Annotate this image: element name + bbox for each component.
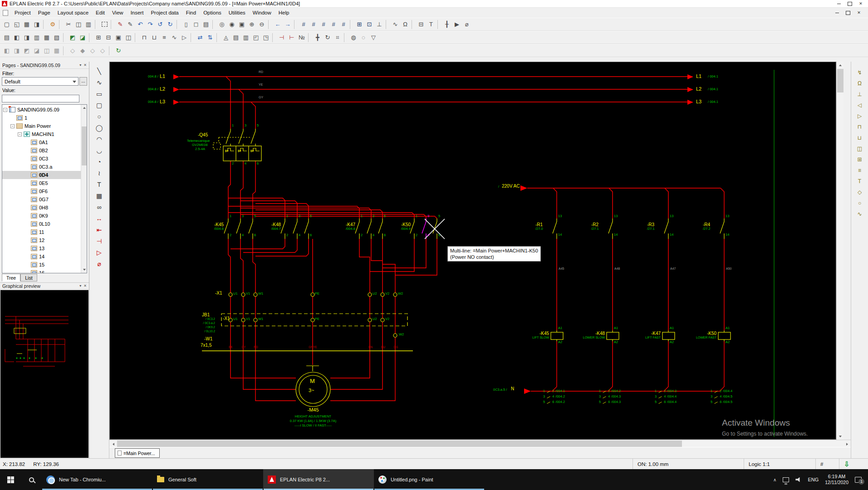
menu-item[interactable]: Project xyxy=(11,9,34,16)
grid-status[interactable]: ON: 1.00 mm xyxy=(633,459,744,469)
arc-up-tool-icon[interactable]: ◠ xyxy=(94,133,105,145)
tree-page-item[interactable]: 14 xyxy=(2,252,81,261)
point-symbol-icon[interactable]: ○ xyxy=(854,198,865,209)
mdi-minimize-button[interactable] xyxy=(832,10,843,16)
resistor-symbol-icon[interactable]: Ω xyxy=(854,78,865,89)
pin-icon[interactable]: ▾ xyxy=(79,63,81,67)
tree-page-item[interactable]: 0G7 xyxy=(2,195,81,204)
spline-tool-icon[interactable]: ≀ xyxy=(94,167,105,179)
settings-wrench-icon[interactable]: ⚙ xyxy=(48,19,58,29)
terminal-name[interactable]: W2 xyxy=(398,292,403,296)
grid-size-icon[interactable]: ⊞ xyxy=(354,19,364,29)
start-button[interactable] xyxy=(0,469,21,490)
pointer-icon[interactable]: ▶ xyxy=(452,19,462,29)
taskbar-app-chromium[interactable]: New Tab - Chromiu... xyxy=(42,469,152,490)
terminal-up-icon[interactable]: ⊓ xyxy=(854,121,865,132)
wave-symbol-icon[interactable]: ∿ xyxy=(854,209,865,219)
text-symbol-icon[interactable]: T xyxy=(854,176,865,187)
paste-icon[interactable]: ▥ xyxy=(83,19,93,29)
line-tool-icon[interactable]: ╲ xyxy=(94,65,105,77)
back-icon[interactable]: ← xyxy=(273,19,283,29)
print-icon[interactable]: ◨ xyxy=(32,19,42,29)
window-icon[interactable]: ◻ xyxy=(191,19,201,29)
tree-page-item[interactable]: 1 xyxy=(2,114,81,122)
measure-icon[interactable]: ⌀ xyxy=(462,19,472,29)
devices-icon[interactable]: ▧ xyxy=(52,33,62,43)
dimension-tool-icon[interactable]: ↔ xyxy=(94,213,105,224)
vertical-scrollbar-thumb[interactable] xyxy=(837,69,843,92)
tree-page-item[interactable]: 0C3.a xyxy=(2,163,81,171)
ellipse-tool-icon[interactable]: ◯ xyxy=(94,122,105,133)
relay-contact-label[interactable]: -R2 /27.1 xyxy=(591,222,599,231)
view-cube-icon[interactable]: ◫ xyxy=(42,46,52,56)
tree-page-item[interactable]: 15 xyxy=(2,261,81,269)
layers-icon[interactable]: ▥ xyxy=(32,33,42,43)
busbar-symbol-icon[interactable]: ≡ xyxy=(854,165,865,176)
grid-c-icon[interactable]: # xyxy=(329,19,338,29)
coil-label[interactable]: -K48 LOWER SLOW xyxy=(579,331,605,340)
menu-item[interactable]: Window xyxy=(249,9,275,16)
layout-space-c-icon[interactable]: ◩ xyxy=(22,46,32,56)
diamond-d-icon[interactable]: ◇ xyxy=(98,46,108,56)
import-icon[interactable]: ◳ xyxy=(261,33,271,43)
toolbar-icon[interactable] xyxy=(350,20,353,29)
grid-toggle-icon[interactable]: # xyxy=(299,19,309,29)
mdi-restore-button[interactable] xyxy=(843,10,853,16)
contactor-label[interactable]: -K50 /004.9 xyxy=(401,222,411,231)
tree-page-item[interactable]: 12 xyxy=(2,236,81,244)
device-icon[interactable]: Ω xyxy=(400,19,410,29)
arc-down-tool-icon[interactable]: ◡ xyxy=(94,145,105,156)
menu-item[interactable]: Utilities xyxy=(225,9,249,16)
cable-tag[interactable]: -W1 xyxy=(204,337,212,341)
terminal-name[interactable]: U2 xyxy=(373,292,377,296)
toolbar-icon[interactable] xyxy=(437,20,441,29)
sheet-tab[interactable]: =Main Power... xyxy=(115,448,160,458)
menu-item[interactable]: View xyxy=(108,9,127,16)
schematic-canvas[interactable]: 004.8 / L1 RD L1 / 004.1 004.8 / L2 YE L… xyxy=(109,62,836,440)
rect-tool-icon[interactable]: ▭ xyxy=(94,88,105,99)
tree-page-item[interactable]: 0B2 xyxy=(2,146,81,155)
zoom-out-icon[interactable]: ⊖ xyxy=(257,19,267,29)
tree-page-item[interactable]: 0H8 xyxy=(2,204,81,212)
interrupt-icon[interactable]: ▷ xyxy=(179,33,189,43)
toolbar-icon[interactable] xyxy=(63,46,66,55)
toolbar-icon[interactable] xyxy=(89,33,92,42)
taskbar-app-general-soft[interactable]: General Soft xyxy=(152,469,263,490)
grid-b-icon[interactable]: # xyxy=(319,19,329,29)
format-copy-icon[interactable]: ✎ xyxy=(125,19,135,29)
taskbar-app-paint[interactable]: Untitled.png - Paint xyxy=(374,469,485,490)
toolbar-icon[interactable] xyxy=(95,20,98,29)
contactor-label[interactable]: -K48 /004.7 xyxy=(271,222,281,231)
toolbar-icon[interactable] xyxy=(212,20,216,29)
edit-cable-icon[interactable]: ⊢ xyxy=(287,33,297,43)
toolbar-icon[interactable] xyxy=(412,20,415,29)
insert-symbol-icon[interactable]: ◩ xyxy=(68,33,78,43)
connections-icon[interactable]: ╋ xyxy=(313,33,323,43)
options-b-icon[interactable]: ◌ xyxy=(358,33,368,43)
tray-expand-icon[interactable]: ∧ xyxy=(773,477,776,482)
terminal-name[interactable]: U1 xyxy=(233,292,238,296)
structure-icon[interactable]: ▦ xyxy=(42,33,52,43)
contactor-label[interactable]: -K45 /004.6 xyxy=(214,222,224,231)
node-symbol-icon[interactable]: ◇ xyxy=(854,187,865,198)
coil-label[interactable]: -K47 LIFT FAST xyxy=(634,331,661,340)
box-icon[interactable]: ⊟ xyxy=(103,33,113,43)
volume-icon[interactable] xyxy=(795,477,801,482)
new-project-icon[interactable]: ▢ xyxy=(2,19,12,29)
relay-contact-label[interactable]: -R1 /27.0 xyxy=(535,222,543,231)
copy-icon[interactable]: ◫ xyxy=(74,19,83,29)
layout-space-b-icon[interactable]: ◨ xyxy=(12,46,22,56)
symbol-icon[interactable]: ∿ xyxy=(390,19,400,29)
terminal-name[interactable]: V1 xyxy=(246,292,250,296)
coil-label[interactable]: -K50 LOWER FAST xyxy=(690,331,716,340)
value-input[interactable] xyxy=(2,95,79,102)
hyperlink-tool-icon[interactable]: ∞ xyxy=(94,201,105,213)
toolbar-icon[interactable] xyxy=(111,20,114,29)
grid-a-icon[interactable]: # xyxy=(309,19,319,29)
relay-contact-label[interactable]: -R4 /27.2 xyxy=(703,222,711,231)
align-icon[interactable]: ⊥ xyxy=(374,19,384,29)
toolbar-icon[interactable] xyxy=(135,33,138,42)
cable-icon[interactable]: ≡ xyxy=(159,33,169,43)
cross-ref-icon[interactable]: ⇄ xyxy=(195,33,205,43)
tree-page-item[interactable]: 0D4 xyxy=(2,171,81,179)
